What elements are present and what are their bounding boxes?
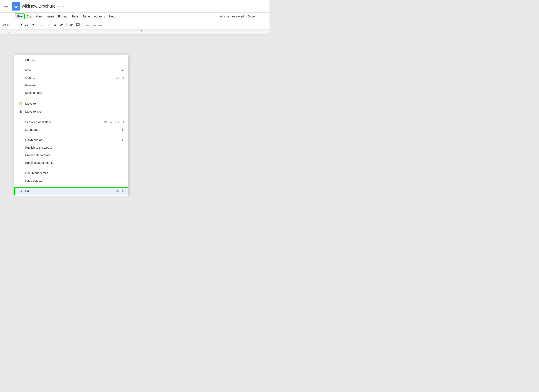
toolbar-divider-3 bbox=[82, 23, 83, 27]
link-icon bbox=[69, 23, 73, 27]
menu-edit[interactable]: Edit bbox=[25, 14, 34, 19]
new-arrow: ▶ bbox=[122, 69, 124, 72]
print-label: Print bbox=[25, 190, 31, 193]
separator-5 bbox=[14, 168, 128, 168]
star-icon[interactable]: ☆ bbox=[57, 4, 61, 9]
align-right-button[interactable] bbox=[98, 22, 104, 28]
email-attach-label: Email as attachment... bbox=[25, 161, 54, 164]
open-shortcut: Ctrl+O bbox=[116, 76, 124, 79]
ruler-mark-2: 2 bbox=[102, 29, 104, 32]
menu-bar: File Edit View Insert Format Tools Table… bbox=[0, 13, 270, 20]
copy-label: Make a copy... bbox=[25, 91, 44, 95]
insert-link-button[interactable] bbox=[68, 22, 74, 28]
menu-item-doc-details[interactable]: Document details... bbox=[14, 169, 128, 177]
ruler-mark-3: 3 bbox=[166, 29, 167, 32]
separator-3 bbox=[14, 117, 128, 117]
menu-format[interactable]: Format bbox=[56, 14, 69, 19]
revision-label: See revision history bbox=[25, 120, 51, 124]
align-left-button[interactable] bbox=[84, 22, 90, 28]
download-label: Download as bbox=[25, 138, 42, 142]
text-color-arrow: ▾ bbox=[62, 24, 63, 26]
ruler-marker: ▼ bbox=[140, 29, 143, 32]
ruler-mark-4: 4 bbox=[217, 29, 219, 32]
print-shortcut: Ctrl+P bbox=[116, 190, 124, 193]
font-family-value: Arial bbox=[3, 23, 9, 26]
underline-button[interactable]: U bbox=[52, 22, 58, 28]
menu-item-download-as[interactable]: Download as ▶ bbox=[14, 136, 128, 144]
comment-icon bbox=[76, 23, 80, 27]
menu-item-page-setup[interactable]: Page setup... bbox=[14, 177, 128, 184]
publish-label: Publish to the web... bbox=[25, 146, 52, 149]
separator-2 bbox=[14, 98, 128, 98]
toolbar-divider-2 bbox=[66, 23, 67, 27]
menu-item-print[interactable]: 🖨 Print Ctrl+P bbox=[14, 187, 128, 195]
align-right-icon bbox=[99, 23, 102, 27]
menu-item-rename[interactable]: Rename... bbox=[14, 81, 128, 89]
font-size-arrow: ▾ bbox=[32, 23, 34, 26]
menu-item-language[interactable]: Language ▶ bbox=[14, 126, 128, 134]
menu-item-move-to[interactable]: 📁 Move to... bbox=[14, 99, 128, 108]
document-area: Share... New ▶ Open... Ctrl+O bbox=[0, 34, 270, 196]
document-title[interactable]: wikiHow Brochure bbox=[22, 4, 56, 9]
folder-icon[interactable]: ▪ bbox=[62, 4, 64, 8]
menu-addons[interactable]: Add-ons bbox=[92, 14, 107, 19]
print-icon: 🖨 bbox=[19, 189, 23, 193]
app-container: G wikiHow Brochure ☆ ▪ File Edit View In… bbox=[0, 0, 270, 196]
align-center-icon bbox=[92, 23, 96, 27]
menu-item-share[interactable]: Share... bbox=[14, 56, 128, 64]
page-setup-label: Page setup... bbox=[25, 179, 43, 182]
menu-file[interactable]: File bbox=[15, 14, 25, 19]
separator-1 bbox=[14, 65, 128, 65]
menu-item-new[interactable]: New ▶ bbox=[14, 66, 128, 74]
toolbar-divider-1 bbox=[37, 23, 37, 27]
trash-icon: 🗑 bbox=[19, 110, 23, 114]
doc-details-label: Document details... bbox=[25, 171, 51, 175]
menu-view[interactable]: View bbox=[34, 14, 44, 19]
menu-item-open[interactable]: Open... Ctrl+O bbox=[14, 74, 128, 81]
menu-item-move-trash[interactable]: 🗑 Move to trash bbox=[14, 108, 128, 115]
language-label: Language bbox=[25, 128, 38, 131]
download-arrow: ▶ bbox=[122, 139, 124, 141]
open-label: Open... bbox=[25, 76, 35, 79]
title-bar: G wikiHow Brochure ☆ ▪ bbox=[0, 0, 270, 13]
align-center-button[interactable] bbox=[91, 22, 97, 28]
language-arrow: ▶ bbox=[122, 128, 124, 131]
hamburger-menu[interactable] bbox=[2, 3, 10, 10]
trash-label: Move to trash bbox=[25, 110, 43, 113]
ruler-mark-left-1: 1 bbox=[8, 31, 9, 33]
font-family-arrow: ▾ bbox=[21, 23, 22, 26]
font-family-selector[interactable]: Arial ▾ bbox=[2, 22, 23, 28]
bold-button[interactable]: B bbox=[38, 22, 44, 28]
revision-shortcut: Ctrl+Alt+Shift+H bbox=[104, 121, 124, 124]
new-label: New bbox=[25, 68, 31, 72]
menu-item-publish-web[interactable]: Publish to the web... bbox=[14, 144, 128, 151]
menu-help[interactable]: Help bbox=[107, 14, 117, 19]
align-left-icon bbox=[86, 23, 89, 27]
text-color-button[interactable]: A ▾ bbox=[59, 22, 65, 28]
rename-label: Rename... bbox=[25, 84, 39, 87]
docs-logo: G bbox=[12, 2, 20, 10]
font-size-value: 12 bbox=[25, 23, 28, 26]
text-color-label: A bbox=[60, 23, 62, 27]
save-status: All changes saved in Drive bbox=[220, 15, 255, 18]
menu-table[interactable]: Table bbox=[81, 14, 92, 19]
toolbar: Arial ▾ 12 ▾ B I U A ▾ bbox=[0, 20, 270, 29]
move-folder-icon: 📁 bbox=[19, 101, 23, 105]
menu-item-email-attachment[interactable]: Email as attachment... bbox=[14, 159, 128, 167]
font-size-selector[interactable]: 12 ▾ bbox=[24, 22, 35, 28]
share-label: Share... bbox=[25, 58, 36, 62]
move-to-label: Move to... bbox=[25, 102, 38, 105]
email-collab-label: Email collaborators... bbox=[25, 153, 53, 157]
menu-tools[interactable]: Tools bbox=[69, 14, 81, 19]
insert-comment-button[interactable] bbox=[75, 22, 81, 28]
file-dropdown-menu: Share... New ▶ Open... Ctrl+O bbox=[14, 55, 128, 196]
ruler: 1 2 ▼ 3 4 1 bbox=[0, 29, 270, 34]
ruler-mark-1: 1 bbox=[49, 29, 50, 32]
menu-item-revision-history[interactable]: See revision history Ctrl+Alt+Shift+H bbox=[14, 118, 128, 126]
menu-item-email-collaborators[interactable]: Email collaborators... bbox=[14, 151, 128, 159]
italic-button[interactable]: I bbox=[45, 22, 51, 28]
menu-item-make-copy[interactable]: Make a copy... bbox=[14, 89, 128, 97]
menu-insert[interactable]: Insert bbox=[44, 14, 56, 19]
svg-rect-1 bbox=[77, 23, 79, 25]
separator-4 bbox=[14, 135, 128, 135]
